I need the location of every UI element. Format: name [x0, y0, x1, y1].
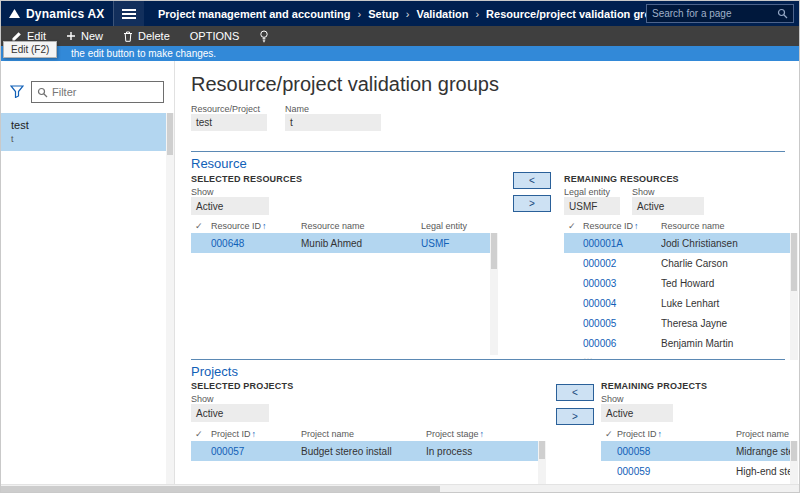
- page-search-box: [646, 4, 794, 23]
- resource-id-cell[interactable]: 000004: [583, 298, 661, 309]
- move-resource-left-button[interactable]: <: [513, 172, 551, 189]
- column-header-resource-id[interactable]: Resource ID↑: [583, 221, 661, 231]
- resource-name-cell: Jodi Christiansen: [661, 238, 790, 249]
- column-header-resource-name[interactable]: Resource name: [661, 221, 790, 231]
- top-navigation-bar: Dynamics AX Project management and accou…: [1, 1, 799, 26]
- column-header-project-id[interactable]: Project ID↑: [211, 429, 301, 439]
- project-id-cell[interactable]: 000057: [211, 446, 301, 457]
- dynamics-logo[interactable]: Dynamics AX: [1, 1, 113, 26]
- search-icon: [37, 87, 48, 98]
- table-row[interactable]: 000001A Jodi Christiansen: [564, 233, 798, 253]
- task-guide-button[interactable]: [249, 26, 279, 46]
- new-button[interactable]: New: [56, 26, 113, 46]
- selected-projects-show-dropdown[interactable]: Active: [191, 404, 269, 422]
- column-header-project-stage[interactable]: Project stage↑: [426, 429, 538, 439]
- table-row[interactable]: 000059 High-end stere: [601, 461, 798, 481]
- select-all-check-icon[interactable]: ✓: [191, 429, 211, 439]
- sort-asc-icon: ↑: [658, 429, 663, 439]
- remaining-projects-scrollbar[interactable]: [790, 441, 798, 484]
- name-field[interactable]: t: [285, 114, 381, 131]
- project-id-cell[interactable]: 000059: [617, 466, 736, 477]
- page-search-input[interactable]: [652, 8, 773, 19]
- selected-resources-show-dropdown[interactable]: Active: [191, 197, 269, 215]
- lightbulb-icon: [259, 30, 269, 43]
- search-icon: [777, 8, 788, 19]
- move-project-right-button[interactable]: >: [556, 408, 594, 425]
- resource-name-cell: Theresa Jayne: [661, 318, 790, 329]
- select-all-check-icon[interactable]: ✓: [191, 221, 211, 231]
- list-item-title: test: [11, 119, 156, 131]
- remaining-projects-grid: ✓ Project ID↑ Project name 000058 Midran…: [601, 427, 798, 484]
- hamburger-menu-icon[interactable]: [113, 1, 144, 26]
- filter-funnel-icon[interactable]: [10, 84, 24, 102]
- notification-bar[interactable]: the edit button to make changes.: [1, 46, 799, 61]
- resource-id-cell[interactable]: 000006: [583, 338, 661, 349]
- column-header-legal-entity[interactable]: Legal entity: [421, 221, 490, 231]
- project-id-cell[interactable]: 000058: [617, 446, 736, 457]
- remaining-projects-show-dropdown[interactable]: Active: [601, 404, 673, 422]
- column-header-project-name[interactable]: Project name: [301, 429, 426, 439]
- selected-resources-scrollbar[interactable]: [490, 233, 498, 355]
- resource-id-cell[interactable]: 000648: [211, 238, 301, 249]
- resource-project-field[interactable]: test: [191, 114, 267, 131]
- resource-id-cell[interactable]: 000005: [583, 318, 661, 329]
- table-row[interactable]: 000004 Luke Lenhart: [564, 293, 798, 313]
- selected-resources-grid-body: 000648 Munib Ahmed USMF: [191, 233, 498, 355]
- options-menu[interactable]: OPTIONS: [180, 26, 250, 46]
- delete-button[interactable]: Delete: [113, 26, 180, 46]
- resource-section-title: Resource: [191, 156, 247, 171]
- resource-id-cell[interactable]: 000002: [583, 258, 661, 269]
- table-row[interactable]: 000003 Ted Howard: [564, 273, 798, 293]
- selected-resources-title: SELECTED RESOURCES: [191, 174, 302, 184]
- remaining-resources-show-dropdown[interactable]: Active: [632, 197, 704, 215]
- breadcrumb-item-current-page[interactable]: Resource/project validation groups: [486, 8, 646, 20]
- list-filter-input[interactable]: [52, 86, 158, 98]
- sidebar-scrollbar[interactable]: [166, 113, 174, 484]
- remaining-resources-legal-entity-dropdown[interactable]: USMF: [564, 197, 620, 215]
- table-row[interactable]: 000058 Midrange stere: [601, 441, 798, 461]
- list-item-subtitle: t: [11, 134, 156, 144]
- move-project-left-button[interactable]: <: [556, 384, 594, 401]
- table-row[interactable]: 000002 Charlie Carson: [564, 253, 798, 273]
- delete-button-label: Delete: [138, 30, 170, 42]
- remaining-projects-grid-header: ✓ Project ID↑ Project name: [601, 427, 798, 441]
- breadcrumb-item-module[interactable]: Project management and accounting: [158, 8, 351, 20]
- trash-icon: [123, 31, 133, 42]
- remaining-resources-grid: ✓ Resource ID↑ Resource name 000001A Jod…: [564, 219, 798, 360]
- column-header-project-id[interactable]: Project ID↑: [617, 429, 736, 439]
- project-name-cell: High-end stere: [736, 466, 798, 477]
- project-name-cell: Budget stereo install: [301, 446, 426, 457]
- selected-projects-scrollbar[interactable]: [538, 441, 546, 484]
- legal-entity-cell[interactable]: USMF: [421, 238, 490, 249]
- new-button-label: New: [81, 30, 103, 42]
- remaining-resources-title: REMAINING RESOURCES: [564, 174, 679, 184]
- app-name: Dynamics AX: [26, 7, 104, 21]
- resource-id-cell[interactable]: 000001A: [583, 238, 661, 249]
- sort-asc-icon: ↑: [634, 221, 639, 231]
- select-all-check-icon[interactable]: ✓: [564, 221, 583, 231]
- sort-asc-icon: ↑: [252, 429, 257, 439]
- column-header-project-name[interactable]: Project name: [736, 429, 798, 439]
- list-item[interactable]: test t: [1, 113, 166, 151]
- table-row[interactable]: 000057 Budget stereo install In process: [191, 441, 546, 461]
- table-row[interactable]: 000005 Theresa Jayne: [564, 313, 798, 333]
- remaining-projects-grid-body: 000058 Midrange stere 000059 High-end st…: [601, 441, 798, 484]
- move-resource-right-button[interactable]: >: [513, 195, 551, 212]
- project-stage-cell: In process: [426, 446, 538, 457]
- resource-id-cell[interactable]: 000003: [583, 278, 661, 289]
- remaining-resources-scrollbar[interactable]: [790, 233, 798, 360]
- table-row[interactable]: 000006 Benjamin Martin: [564, 333, 798, 353]
- breadcrumb-item-setup[interactable]: Setup: [368, 8, 399, 20]
- resource-name-cell: Luke Lenhart: [661, 298, 790, 309]
- breadcrumb-separator: ›: [406, 8, 410, 20]
- column-header-resource-name[interactable]: Resource name: [301, 221, 421, 231]
- page-title: Resource/project validation groups: [191, 73, 499, 96]
- column-header-resource-id[interactable]: Resource ID↑: [211, 221, 301, 231]
- name-field-label: Name: [285, 104, 309, 114]
- selected-projects-show-label: Show: [191, 394, 214, 404]
- horizontal-scrollbar[interactable]: [1, 484, 799, 492]
- resource-name-cell: Munib Ahmed: [301, 238, 421, 249]
- breadcrumb-item-validation[interactable]: Validation: [416, 8, 468, 20]
- table-row[interactable]: 000648 Munib Ahmed USMF: [191, 233, 498, 253]
- select-all-check-icon[interactable]: ✓: [601, 429, 617, 439]
